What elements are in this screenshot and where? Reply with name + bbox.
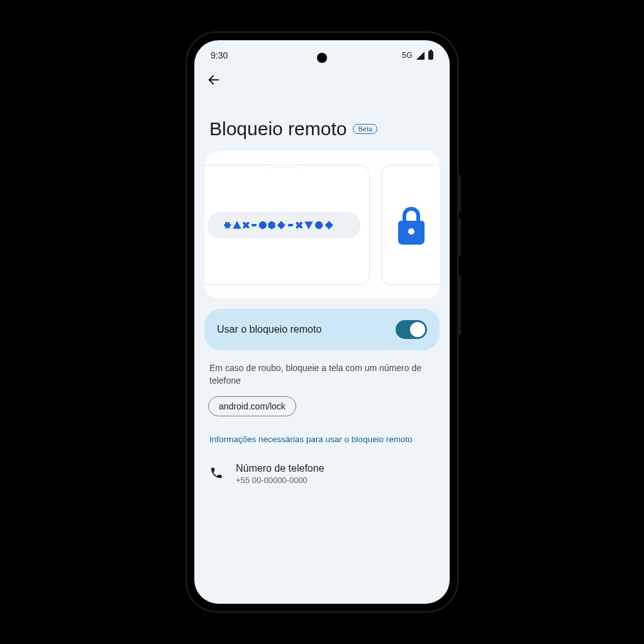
phone-icon bbox=[209, 466, 223, 482]
svg-marker-10 bbox=[277, 221, 286, 229]
phone-frame: 9:30 5G Bloqueio remoto Beta bbox=[187, 33, 457, 611]
illustration-input-device bbox=[204, 165, 370, 285]
svg-point-17 bbox=[408, 228, 414, 235]
svg-rect-11 bbox=[288, 224, 294, 226]
signal-icon bbox=[416, 52, 425, 60]
code-glyphs-icon bbox=[224, 219, 343, 231]
toggle-switch[interactable] bbox=[396, 320, 427, 339]
phone-label: Número de telefone bbox=[236, 463, 325, 474]
back-button[interactable] bbox=[204, 70, 223, 93]
svg-rect-7 bbox=[252, 224, 257, 226]
svg-marker-9 bbox=[269, 221, 275, 229]
toggle-card[interactable]: Usar o bloqueio remoto bbox=[204, 309, 440, 350]
battery-icon bbox=[428, 51, 433, 60]
lock-icon bbox=[395, 206, 428, 245]
beta-badge: Beta bbox=[353, 124, 377, 134]
masked-code-pill bbox=[208, 212, 361, 238]
info-link[interactable]: Informações necessárias para usar o bloq… bbox=[204, 416, 440, 456]
illustration-card bbox=[204, 151, 440, 299]
svg-marker-16 bbox=[325, 221, 333, 229]
title-row: Bloqueio remoto Beta bbox=[194, 104, 450, 151]
illustration-locked-device bbox=[381, 165, 440, 285]
header bbox=[194, 64, 450, 104]
toggle-label: Usar o bloqueio remoto bbox=[217, 324, 321, 335]
network-label: 5G bbox=[402, 51, 413, 60]
description-text: Em caso de roubo, bloqueie a tela com um… bbox=[204, 350, 440, 396]
camera-dot bbox=[317, 53, 327, 63]
svg-point-15 bbox=[315, 221, 323, 228]
status-right: 5G bbox=[402, 51, 433, 60]
phone-row[interactable]: Número de telefone +55 00-00000-0000 bbox=[204, 455, 440, 492]
svg-marker-4 bbox=[233, 221, 242, 228]
arrow-left-icon bbox=[207, 73, 221, 87]
content: Usar o bloqueio remoto Em caso de roubo,… bbox=[194, 151, 450, 492]
status-time: 9:30 bbox=[211, 50, 228, 60]
phone-value: +55 00-00000-0000 bbox=[236, 475, 325, 485]
page-title: Bloqueio remoto bbox=[209, 118, 347, 140]
svg-point-8 bbox=[259, 221, 267, 228]
url-chip[interactable]: android.com/lock bbox=[208, 396, 296, 416]
screen: 9:30 5G Bloqueio remoto Beta bbox=[194, 40, 450, 604]
phone-text: Número de telefone +55 00-00000-0000 bbox=[236, 463, 325, 485]
svg-marker-14 bbox=[305, 221, 313, 229]
